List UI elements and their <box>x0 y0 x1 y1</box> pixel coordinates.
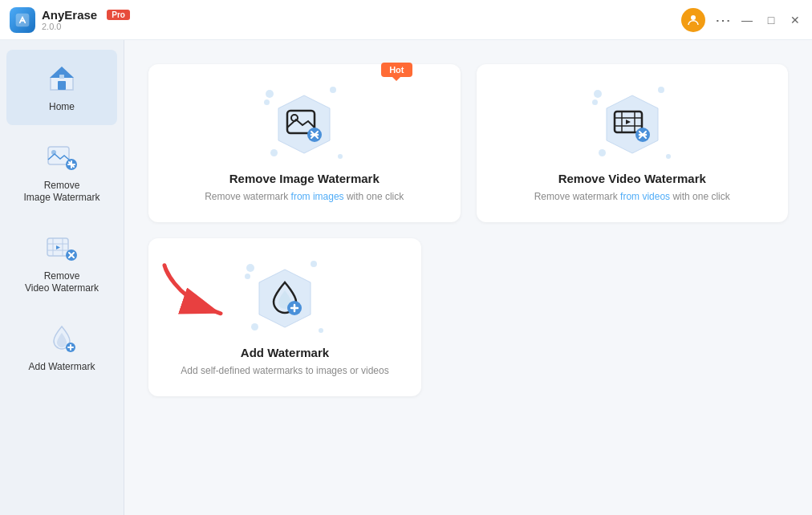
sidebar-item-remove-video[interactable]: RemoveVideo Watermark <box>6 219 117 306</box>
svg-rect-5 <box>59 75 64 79</box>
menu-button[interactable]: ⋯ <box>715 10 730 30</box>
title-bar: AnyErase Pro 2.0.0 ⋯ — □ ✕ <box>0 0 812 40</box>
remove-image-icon <box>44 140 79 175</box>
sidebar-item-add-watermark[interactable]: Add Watermark <box>6 310 117 385</box>
add-watermark-icon <box>44 321 79 356</box>
close-button[interactable]: ✕ <box>788 13 802 27</box>
sidebar-remove-image-label: RemoveImage Watermark <box>24 180 100 205</box>
card-add-watermark[interactable]: Add Watermark Add self-defined watermark… <box>148 238 421 396</box>
main-layout: Home RemoveImage Watermark <box>0 40 812 515</box>
home-icon <box>44 61 79 96</box>
sidebar-home-label: Home <box>49 101 75 114</box>
app-version: 2.0.0 <box>42 22 133 31</box>
minimize-button[interactable]: — <box>740 13 754 27</box>
remove-video-card-title: Remove Video Watermark <box>558 172 706 185</box>
remove-image-card-icon-area <box>264 88 344 160</box>
content-area: Hot <box>124 40 812 515</box>
remove-video-icon <box>44 230 79 266</box>
sidebar-item-remove-image[interactable]: RemoveImage Watermark <box>6 128 117 216</box>
svg-marker-27 <box>626 120 631 124</box>
app-logo <box>10 7 35 33</box>
maximize-button[interactable]: □ <box>764 13 778 27</box>
cards-grid: Hot <box>148 64 788 396</box>
add-watermark-card-subtitle: Add self-defined watermarks to images or… <box>181 365 388 376</box>
svg-rect-3 <box>58 81 66 90</box>
remove-video-card-icon-area <box>592 88 672 160</box>
card-remove-image[interactable]: Hot <box>148 64 461 222</box>
pro-badge: Pro <box>107 10 130 20</box>
hot-badge: Hot <box>381 63 412 77</box>
sidebar: Home RemoveImage Watermark <box>0 40 124 515</box>
remove-video-card-subtitle: Remove watermark from videos with one cl… <box>534 191 730 202</box>
card-remove-video[interactable]: Remove Video Watermark Remove watermark … <box>477 64 789 222</box>
image-watermark-card-icon <box>285 105 323 144</box>
add-watermark-card-icon <box>266 279 304 318</box>
user-avatar[interactable] <box>681 8 705 32</box>
add-watermark-card-icon-area <box>245 262 325 335</box>
add-watermark-card-title: Add Watermark <box>241 346 329 359</box>
remove-image-card-subtitle: Remove watermark from images with one cl… <box>205 191 404 202</box>
red-arrow-decoration <box>156 257 253 332</box>
svg-rect-6 <box>48 147 69 164</box>
sidebar-remove-video-label: RemoveVideo Watermark <box>25 270 99 295</box>
title-bar-controls: ⋯ — □ ✕ <box>681 8 802 32</box>
video-watermark-card-icon <box>613 105 652 144</box>
sidebar-add-watermark-label: Add Watermark <box>29 361 95 374</box>
app-name: AnyErase <box>42 8 97 22</box>
remove-image-card-title: Remove Image Watermark <box>229 172 380 185</box>
svg-point-1 <box>691 15 696 20</box>
sidebar-item-home[interactable]: Home <box>6 50 117 125</box>
